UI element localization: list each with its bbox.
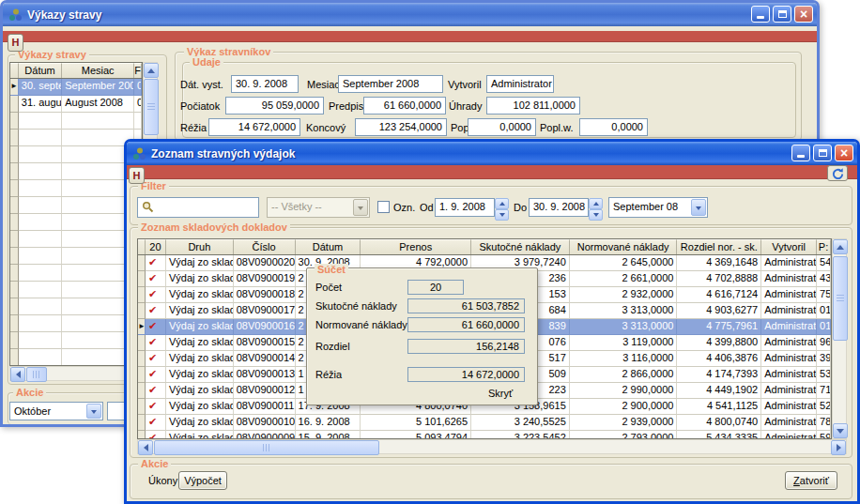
rozdiel-cell: 4 174,7393 [677, 367, 761, 383]
front-table-hscrollbar[interactable] [137, 439, 847, 454]
popl-field[interactable]: 0,0000 [468, 118, 536, 136]
p-cell: 01 [817, 319, 831, 335]
table-row[interactable] [10, 265, 142, 282]
pociatok-field[interactable]: 95 059,0000 [225, 97, 324, 115]
table-row[interactable] [10, 180, 142, 197]
scroll-right-button[interactable] [831, 440, 846, 455]
check-icon: ✔ [148, 304, 157, 315]
scroll-thumb[interactable] [833, 256, 848, 341]
scroll-left-button[interactable] [10, 367, 25, 382]
uhrady-field[interactable]: 102 811,0000 [486, 97, 580, 115]
table-row[interactable]: ✔Výdaj zo skladu08V090001016. 9. 20085 1… [138, 415, 831, 431]
scroll-thumb[interactable] [154, 440, 379, 455]
filter-type-dropdown[interactable]: -- Všetky -- [267, 197, 370, 218]
scroll-up-button[interactable] [144, 63, 159, 78]
table-row[interactable] [10, 248, 142, 265]
rezia-field: 14 672,0000 [407, 367, 525, 382]
column-header[interactable]: Rozdiel nor. - sk. [677, 239, 761, 254]
table-row[interactable]: ►30. septeSeptember 20080 [10, 79, 142, 96]
month-dropdown[interactable]: Október [9, 402, 103, 420]
table-row[interactable] [10, 315, 142, 332]
close-button[interactable]: × [835, 145, 853, 161]
close-button[interactable]: × [794, 6, 813, 23]
table-row[interactable] [10, 130, 142, 146]
column-header[interactable] [10, 63, 19, 78]
p-cell: 75 [817, 287, 831, 303]
column-header[interactable]: Mesiac [62, 63, 134, 78]
predpis-field[interactable]: 61 660,0000 [363, 97, 446, 115]
search-input[interactable] [137, 197, 259, 218]
column-header[interactable]: P: [817, 239, 831, 254]
column-header[interactable] [138, 239, 146, 254]
skryt-button[interactable]: Skryť [488, 388, 513, 399]
table-row[interactable] [10, 146, 142, 163]
table-row[interactable] [10, 282, 142, 298]
koncovy-field[interactable]: 123 254,0000 [355, 118, 447, 136]
check-icon: ✔ [148, 384, 157, 395]
month-filter-dropdown[interactable]: September 08 [608, 197, 708, 218]
datum-cell: 15. 9. 2008 [296, 431, 361, 439]
column-header[interactable]: Normované náklady [570, 239, 678, 254]
table-row[interactable] [10, 231, 142, 248]
do-date-field[interactable]: 30. 9. 2008 [529, 198, 589, 217]
scroll-left-button[interactable] [138, 440, 153, 455]
column-header[interactable]: Dátum [19, 63, 62, 78]
table-row[interactable] [10, 332, 142, 349]
table-row[interactable] [10, 163, 142, 180]
scroll-up-button[interactable] [833, 239, 848, 254]
window-controls: × [789, 145, 853, 161]
ozn-checkbox[interactable] [377, 201, 390, 213]
table-row[interactable]: ✔Výdaj zo skladu08V090000915. 9. 20085 0… [138, 431, 831, 439]
table-row[interactable] [10, 298, 142, 315]
help-button[interactable]: H [8, 34, 23, 52]
do-date-spinner[interactable] [589, 198, 603, 217]
column-header[interactable]: F [134, 63, 142, 78]
maximize-button[interactable] [773, 6, 791, 23]
chevron-down-icon[interactable] [86, 404, 101, 419]
refresh-icon[interactable] [827, 165, 848, 181]
od-date-spinner[interactable] [495, 198, 509, 217]
minimize-button[interactable] [751, 6, 770, 23]
titlebar-front[interactable]: Zoznam stravných výdajok × [127, 142, 857, 165]
column-header[interactable]: Dátum [296, 239, 361, 254]
column-header[interactable]: Číslo [234, 239, 296, 254]
column-header[interactable]: Skutočné náklady [471, 239, 570, 254]
table-row[interactable] [10, 214, 142, 231]
cislo-cell: 08V0900009 [234, 431, 296, 439]
od-date-field[interactable]: 1. 9. 2008 [435, 198, 495, 217]
table-row[interactable] [10, 349, 142, 366]
column-header[interactable]: 20 [146, 239, 166, 254]
table-row[interactable] [10, 113, 142, 130]
help-button[interactable]: H [129, 167, 145, 184]
vypocet-button[interactable]: Výpočet [178, 471, 227, 490]
pocet-label: Počet [315, 282, 342, 293]
vytvoril-cell: Administrator [761, 335, 817, 351]
popl-w-field[interactable]: 0,0000 [579, 118, 648, 136]
spin-down-icon[interactable] [589, 209, 603, 221]
datum-cell [19, 130, 62, 146]
dat-vyst-field[interactable]: 30. 9. 2008 [231, 75, 299, 93]
spin-up-icon[interactable] [589, 198, 603, 209]
scroll-down-button[interactable] [833, 423, 848, 438]
checked-cell: ✔ [146, 271, 166, 287]
column-header[interactable]: Vytvoril [761, 239, 817, 254]
table-row[interactable]: 31. augusAugust 20080 [10, 96, 142, 113]
column-header[interactable]: Druh [166, 239, 234, 254]
scroll-thumb[interactable] [26, 367, 47, 382]
column-header[interactable]: Prenos [361, 239, 471, 254]
maximize-button[interactable] [813, 145, 832, 161]
titlebar-back[interactable]: Výkazy stravy × [3, 3, 817, 26]
chevron-down-icon[interactable] [691, 199, 706, 216]
spin-down-icon[interactable] [495, 209, 509, 221]
vytvoril-field[interactable]: Administrator [486, 75, 554, 93]
scroll-thumb[interactable] [144, 79, 159, 135]
druh-cell: Výdaj zo skladu [166, 335, 234, 351]
spin-up-icon[interactable] [495, 198, 509, 209]
front-table-vscrollbar[interactable] [832, 238, 847, 439]
minimize-button[interactable] [791, 145, 810, 161]
rezia-field[interactable]: 14 672,0000 [208, 118, 300, 136]
ukony-menu[interactable]: Úkony [148, 475, 177, 486]
mesiac-field[interactable]: September 2008 [338, 75, 443, 93]
table-row[interactable] [10, 197, 142, 214]
zatvorit-button[interactable]: Zatvoriť [785, 471, 837, 490]
